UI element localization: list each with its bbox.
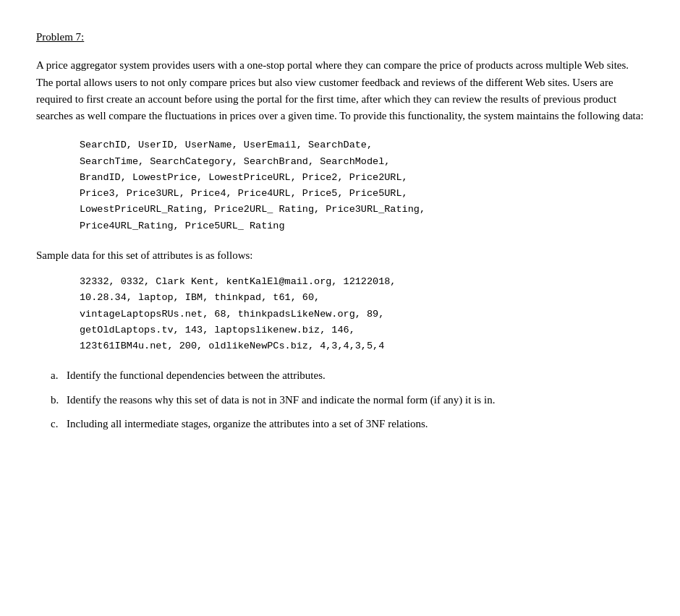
question-list: a.Identify the functional dependencies b… <box>51 367 644 432</box>
question-text-3: Including all intermediate stages, organ… <box>67 416 644 432</box>
attributes-block: SearchID, UserID, UserName, UserEmail, S… <box>80 137 644 234</box>
sample-data-intro: Sample data for this set of attributes i… <box>36 247 644 264</box>
problem-title: Problem 7: <box>36 29 644 46</box>
question-label-2: b. <box>51 392 67 408</box>
sample-data-block: 32332, 0332, Clark Kent, kentKalEl@mail.… <box>80 274 644 354</box>
question-item-1: a.Identify the functional dependencies b… <box>51 367 644 384</box>
question-text-2: Identify the reasons why this set of dat… <box>67 392 644 408</box>
question-label-3: c. <box>51 416 67 432</box>
question-item-3: c.Including all intermediate stages, org… <box>51 416 644 432</box>
intro-paragraph: A price aggregator system provides users… <box>36 57 644 124</box>
question-label-1: a. <box>51 367 67 384</box>
question-text-1: Identify the functional dependencies bet… <box>67 367 644 384</box>
question-item-2: b.Identify the reasons why this set of d… <box>51 392 644 408</box>
